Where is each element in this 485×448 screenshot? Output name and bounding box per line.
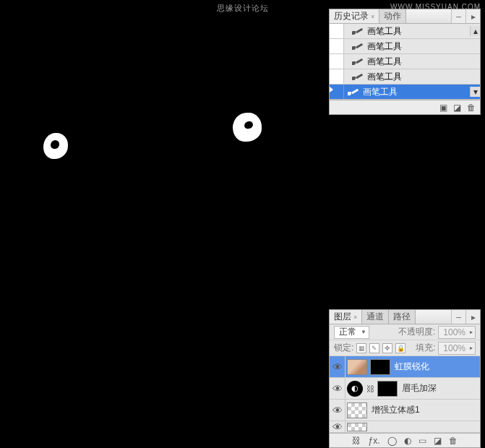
header-spacer: [406, 9, 451, 23]
scrollbar-up[interactable]: ▴: [470, 26, 480, 36]
blend-mode-dropdown[interactable]: 正常 ▼: [334, 326, 369, 339]
lock-paint-icon[interactable]: ✎: [369, 343, 379, 353]
fill-value: 100%: [443, 343, 465, 353]
menu-icon[interactable]: ▸: [465, 310, 480, 324]
history-item[interactable]: 画笔工具: [330, 54, 480, 69]
layer-name[interactable]: 增强立体感1: [369, 404, 480, 416]
link-icon: ⛓: [364, 384, 376, 393]
history-source-toggle[interactable]: [330, 85, 344, 99]
fill-label: 填充:: [416, 342, 435, 354]
lock-all-icon[interactable]: 🔒: [395, 343, 405, 353]
tab-history-label: 历史记录: [334, 10, 369, 22]
brush-icon: [351, 72, 364, 82]
history-item-current[interactable]: 画笔工具 ▾: [330, 85, 480, 100]
brush-icon: [351, 41, 364, 51]
tab-paths[interactable]: 路径: [389, 310, 416, 324]
history-footer: ▣ ◪ 🗑: [330, 100, 480, 114]
history-source-toggle[interactable]: [330, 39, 344, 53]
history-item-label: 画笔工具: [367, 56, 480, 68]
history-item-label: 画笔工具: [367, 71, 480, 83]
create-document-icon[interactable]: ▣: [439, 103, 447, 113]
layer-mask-icon[interactable]: ◯: [387, 436, 397, 446]
blend-opacity-row: 正常 ▼ 不透明度: 100% ▸: [330, 324, 480, 340]
brush-icon: [351, 56, 364, 66]
lock-transparency-icon[interactable]: ▦: [356, 343, 366, 353]
layers-panel-header: 图层 × 通道 路径 – ▸: [330, 310, 480, 324]
header-spacer: [416, 310, 451, 324]
layer-style-icon[interactable]: ƒx.: [368, 436, 379, 446]
brush-stroke-1: [43, 133, 68, 159]
chevron-right-icon: ▸: [470, 345, 473, 351]
lock-fill-row: 锁定: ▦ ✎ ✥ 🔒 填充: 100% ▸: [330, 340, 480, 356]
history-item[interactable]: 画笔工具: [330, 69, 480, 85]
opacity-input[interactable]: 100% ▸: [438, 326, 476, 339]
layer-thumbnail[interactable]: [347, 402, 367, 418]
tab-channels[interactable]: 通道: [362, 310, 389, 324]
new-layer-icon[interactable]: ◪: [434, 436, 442, 446]
delete-layer-icon[interactable]: 🗑: [449, 436, 458, 446]
layer-name[interactable]: 虹膜锐化: [392, 361, 480, 373]
brush-stroke-2: [233, 113, 262, 142]
lock-label: 锁定:: [334, 342, 353, 354]
group-icon[interactable]: ▭: [419, 436, 426, 446]
opacity-value: 100%: [443, 327, 465, 337]
visibility-toggle[interactable]: 👁: [330, 400, 345, 421]
menu-icon[interactable]: ▸: [465, 9, 480, 23]
visibility-toggle[interactable]: 👁: [330, 378, 345, 400]
minimize-icon[interactable]: –: [451, 310, 465, 324]
snapshot-icon[interactable]: ◪: [453, 103, 461, 113]
layer-thumbnail[interactable]: [347, 423, 367, 431]
tab-history[interactable]: 历史记录 ×: [330, 9, 379, 23]
scrollbar-down[interactable]: ▾: [470, 87, 480, 97]
history-source-toggle[interactable]: [330, 54, 344, 69]
close-icon[interactable]: ×: [353, 314, 357, 321]
layers-body: 正常 ▼ 不透明度: 100% ▸ 锁定: ▦ ✎ ✥ 🔒 填充: 100% ▸: [330, 324, 480, 433]
history-item[interactable]: 画笔工具 ▴: [330, 24, 480, 39]
history-panel-header: 历史记录 × 动作 – ▸: [330, 9, 480, 24]
layer-row-partial[interactable]: 👁: [330, 421, 480, 433]
adjustment-layer-icon[interactable]: ◐: [404, 436, 411, 446]
delete-icon[interactable]: 🗑: [467, 103, 476, 113]
tab-layers[interactable]: 图层 ×: [330, 310, 362, 324]
layer-row[interactable]: 👁 ◐ ⛓ 眉毛加深: [330, 378, 480, 400]
layer-thumbnail[interactable]: [347, 359, 367, 375]
layer-mask-thumbnail[interactable]: [377, 381, 398, 397]
layers-panel: 图层 × 通道 路径 – ▸ 正常 ▼ 不透明度: 100% ▸ 锁定: ▦: [329, 309, 481, 448]
history-item-label: 画笔工具: [367, 40, 480, 53]
watermark-text: 思缘设计论坛: [217, 3, 269, 14]
chevron-right-icon: ▸: [470, 329, 473, 335]
current-marker-icon: [330, 87, 333, 92]
visibility-toggle[interactable]: 👁: [330, 356, 345, 378]
tab-actions[interactable]: 动作: [379, 9, 406, 23]
history-source-toggle[interactable]: [330, 24, 344, 38]
tab-actions-label: 动作: [384, 10, 401, 22]
close-icon[interactable]: ×: [371, 13, 374, 20]
blend-mode-value: 正常: [339, 326, 356, 338]
layer-row[interactable]: 👁 增强立体感1: [330, 400, 480, 421]
smart-object-icon[interactable]: ◐: [347, 381, 363, 397]
history-source-toggle[interactable]: [330, 69, 344, 84]
layer-name[interactable]: 眉毛加深: [399, 382, 480, 395]
history-item-label: 画笔工具: [367, 25, 470, 38]
chevron-down-icon: ▼: [361, 329, 366, 335]
lock-position-icon[interactable]: ✥: [382, 343, 392, 353]
layer-row[interactable]: 👁 虹膜锐化: [330, 356, 480, 378]
history-item[interactable]: 画笔工具: [330, 39, 480, 54]
history-panel: 历史记录 × 动作 – ▸ 画笔工具 ▴ 画笔工具 画笔工具 画笔: [329, 9, 481, 115]
brush-icon: [351, 26, 364, 36]
history-list: 画笔工具 ▴ 画笔工具 画笔工具 画笔工具 画笔工具 ▾: [330, 24, 480, 100]
tab-paths-label: 路径: [393, 311, 411, 323]
visibility-toggle[interactable]: 👁: [330, 421, 345, 433]
link-layers-icon[interactable]: ⛓: [352, 436, 361, 446]
fill-input[interactable]: 100% ▸: [438, 342, 476, 355]
tab-channels-label: 通道: [366, 311, 384, 323]
layer-mask-thumbnail[interactable]: [370, 359, 390, 375]
tab-layers-label: 图层: [334, 311, 351, 323]
layers-footer: ⛓ ƒx. ◯ ◐ ▭ ◪ 🗑: [330, 433, 480, 447]
minimize-icon[interactable]: –: [451, 9, 465, 23]
opacity-label: 不透明度:: [398, 326, 435, 338]
brush-icon: [347, 87, 360, 97]
history-item-label: 画笔工具: [363, 86, 470, 98]
